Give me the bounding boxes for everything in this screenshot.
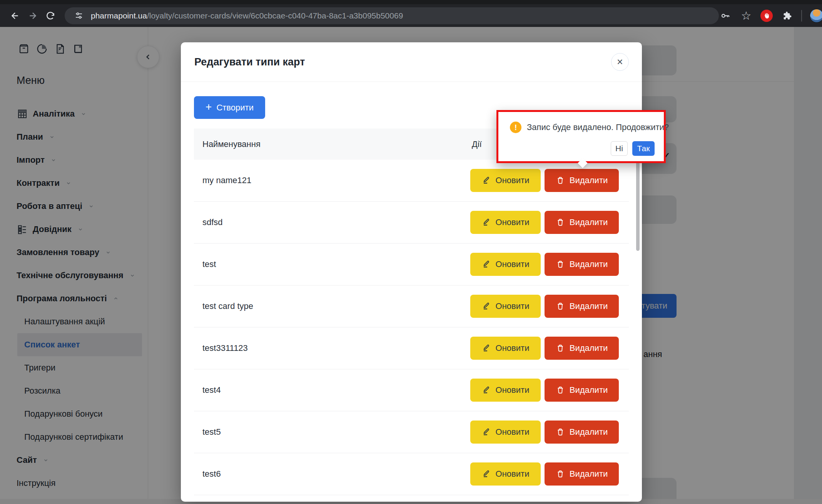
delete-button[interactable]: Видалити [545, 211, 619, 234]
row-actions: Оновити Видалити [470, 211, 619, 234]
modal-scrollbar-thumb[interactable] [636, 162, 640, 251]
profile-avatar[interactable] [810, 9, 822, 23]
update-button[interactable]: Оновити [470, 379, 541, 402]
delete-button[interactable]: Видалити [545, 421, 619, 444]
toolbar-separator [801, 10, 802, 22]
table-row: sdfsd Оновити Видалити [194, 202, 629, 244]
close-icon[interactable]: × [611, 53, 629, 71]
trash-icon [556, 218, 565, 227]
url-domain: pharmapoint.ua [91, 11, 147, 20]
card-type-name: test card type [202, 301, 253, 311]
update-button[interactable]: Оновити [470, 295, 541, 318]
popover-content: ! Запис буде видалено. Продовжити? Ні Та… [498, 112, 664, 161]
plus-icon: + [206, 102, 212, 112]
trash-icon [556, 386, 565, 395]
modal-header: Редагувати типи карт × [181, 42, 642, 82]
pencil-icon [482, 302, 491, 311]
table-rows: my name121 Оновити Видалити sdfsd Оновит… [194, 160, 629, 495]
pencil-icon [482, 427, 491, 437]
delete-button[interactable]: Видалити [545, 295, 619, 318]
delete-confirm-popover: ! Запис буде видалено. Продовжити? Ні Та… [496, 110, 666, 163]
modal-title: Редагувати типи карт [194, 56, 305, 68]
warning-icon: ! [510, 122, 521, 133]
table-row: test card type Оновити Видалити [194, 285, 629, 327]
card-type-name: test5 [202, 427, 221, 437]
popover-buttons: Ні Так [510, 141, 655, 156]
trash-icon [556, 302, 565, 311]
update-button[interactable]: Оновити [470, 462, 541, 486]
pencil-icon [482, 386, 491, 395]
browser-chrome: pharmapoint.ua/loyalty/customer-cards/vi… [0, 0, 822, 27]
table-row: test5 Оновити Видалити [194, 411, 629, 453]
delete-button[interactable]: Видалити [545, 462, 619, 486]
column-name: Найменування [202, 139, 261, 149]
card-type-name: test [202, 259, 216, 269]
extensions-puzzle-icon[interactable] [780, 9, 794, 22]
row-actions: Оновити Видалити [470, 421, 619, 444]
trash-icon [556, 427, 565, 437]
update-button[interactable]: Оновити [470, 337, 541, 360]
password-key-icon[interactable] [719, 9, 732, 22]
delete-button[interactable]: Видалити [545, 169, 619, 192]
card-type-name: my name121 [202, 175, 251, 185]
column-actions: Дії [472, 139, 482, 149]
adblock-extension-icon[interactable] [760, 10, 773, 22]
delete-button[interactable]: Видалити [545, 337, 619, 360]
site-info-icon[interactable] [72, 9, 85, 22]
row-actions: Оновити Видалити [470, 462, 619, 486]
back-icon[interactable] [6, 7, 24, 25]
table-row: my name121 Оновити Видалити [194, 160, 629, 202]
card-type-name: test3311123 [202, 343, 248, 353]
browser-toolbar: pharmapoint.ua/loyalty/customer-cards/vi… [0, 4, 822, 27]
url-bar[interactable]: pharmapoint.ua/loyalty/customer-cards/vi… [65, 7, 719, 24]
trash-icon [556, 176, 565, 185]
row-actions: Оновити Видалити [470, 253, 619, 276]
trash-icon [556, 260, 565, 269]
delete-button[interactable]: Видалити [545, 253, 619, 276]
forward-icon[interactable] [24, 7, 42, 25]
popover-message: Запис буде видалено. Продовжити? [527, 122, 669, 132]
update-button[interactable]: Оновити [470, 421, 541, 444]
reload-icon[interactable] [42, 7, 59, 25]
row-actions: Оновити Видалити [470, 169, 619, 192]
browser-actions: ☆ [719, 9, 822, 23]
card-types-table: Найменування Дії my name121 Оновити Вида… [194, 129, 629, 495]
table-row: test6 Оновити Видалити [194, 453, 629, 495]
card-type-name: test6 [202, 469, 221, 479]
no-button[interactable]: Ні [611, 141, 628, 156]
pencil-icon [482, 218, 491, 227]
update-button[interactable]: Оновити [470, 253, 541, 276]
pencil-icon [482, 176, 491, 185]
trash-icon [556, 469, 565, 479]
pencil-icon [482, 344, 491, 353]
card-type-name: sdfsd [202, 217, 223, 227]
delete-button[interactable]: Видалити [545, 379, 619, 402]
yes-button[interactable]: Так [632, 141, 655, 156]
bookmark-star-icon[interactable]: ☆ [740, 9, 753, 22]
row-actions: Оновити Видалити [470, 379, 619, 402]
pencil-icon [482, 469, 491, 479]
create-button[interactable]: + Створити [194, 96, 265, 119]
create-button-label: Створити [216, 103, 254, 113]
row-actions: Оновити Видалити [470, 295, 619, 318]
update-button[interactable]: Оновити [470, 169, 541, 192]
screen: pharmapoint.ua/loyalty/customer-cards/vi… [0, 0, 822, 504]
url-path: /loyalty/customer-cards/view/6c0cbcae-c0… [147, 11, 403, 20]
table-row: test3311123 Оновити Видалити [194, 327, 629, 369]
url-text[interactable]: pharmapoint.ua/loyalty/customer-cards/vi… [91, 11, 403, 20]
table-row: test4 Оновити Видалити [194, 369, 629, 411]
window-top-strip [0, 0, 822, 4]
update-button[interactable]: Оновити [470, 211, 541, 234]
trash-icon [556, 344, 565, 353]
row-actions: Оновити Видалити [470, 337, 619, 360]
table-row: test Оновити Видалити [194, 244, 629, 285]
card-type-name: test4 [202, 385, 221, 395]
pencil-icon [482, 260, 491, 269]
